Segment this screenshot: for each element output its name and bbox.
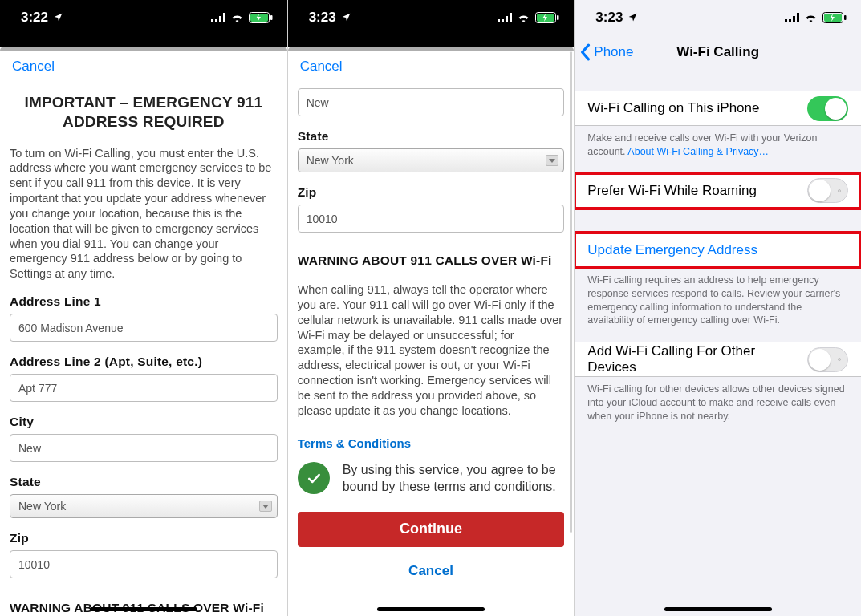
location-icon [53,12,63,22]
form-content: IMPORTANT – EMERGENCY 911 ADDRESS REQUIR… [0,83,287,616]
back-button[interactable]: Phone [579,43,633,61]
wifi-icon [804,13,818,22]
svg-rect-13 [557,15,559,20]
address-line-1-input[interactable] [10,314,278,342]
label-state: State [10,475,278,489]
address-line-2-input[interactable] [10,374,278,402]
label-address-2: Address Line 2 (Apt, Suite, etc.) [10,355,278,369]
zip-input[interactable] [298,205,565,233]
footer-other-devices: Wi-Fi calling for other devices allows o… [575,377,861,438]
row-label: Add Wi-Fi Calling For Other Devices [587,343,807,375]
label-zip: Zip [10,531,278,545]
wifi-icon [230,13,244,22]
switch-wifi-calling[interactable] [807,96,848,121]
row-wifi-calling-this-iphone[interactable]: Wi-Fi Calling on This iPhone [575,91,861,126]
home-indicator [90,607,197,611]
link-911[interactable]: 911 [87,176,106,189]
svg-rect-3 [223,13,225,22]
switch-other-devices[interactable] [807,347,848,372]
home-indicator [377,607,485,611]
state-select[interactable]: New York [298,148,565,172]
wifi-icon [517,13,530,22]
label-city: City [10,415,278,429]
cancel-button-bottom[interactable]: Cancel [298,553,565,589]
clock-label: 3:23 [309,10,336,26]
nav-title: Wi-Fi Calling [676,44,759,60]
row-label: Wi-Fi Calling on This iPhone [587,100,759,116]
agree-text: By using this service, you agree to be b… [343,461,565,496]
status-bar: 3:23 [575,0,861,34]
battery-charging-icon [535,12,559,23]
agree-row: By using this service, you agree to be b… [298,461,565,496]
location-icon [627,12,638,22]
chevron-left-icon [579,43,591,61]
checkmark-icon[interactable] [298,462,330,494]
battery-charging-icon [249,12,273,23]
row-prefer-wifi-roaming[interactable]: Prefer Wi-Fi While Roaming [575,173,861,209]
city-input[interactable] [298,88,565,116]
battery-charging-icon [822,12,847,23]
nav-bar: Phone Wi-Fi Calling [575,34,861,70]
label-address-1: Address Line 1 [10,294,278,309]
svg-rect-7 [498,19,500,22]
svg-rect-17 [797,13,799,22]
svg-rect-16 [793,16,795,22]
home-indicator [664,607,772,611]
status-bar: 3:22 [0,0,287,34]
svg-rect-0 [211,19,213,22]
footer-wifi-calling: Make and receive calls over Wi-Fi with y… [575,126,861,173]
screen-3-wifi-calling-settings: 3:23 Phone Wi-Fi Calling Wi-Fi Calling o… [574,0,861,616]
row-label: Prefer Wi-Fi While Roaming [587,183,757,199]
svg-rect-15 [789,19,791,22]
chevron-down-icon [259,500,272,512]
sheet-header: Cancel [0,51,287,83]
svg-rect-10 [510,13,512,22]
switch-prefer-roaming[interactable] [807,178,848,203]
settings-list: Wi-Fi Calling on This iPhone Make and re… [575,70,861,616]
svg-rect-8 [502,19,504,22]
form-content: State New York Zip WARNING ABOUT 911 CAL… [288,83,575,616]
footer-emergency-address: Wi-Fi calling requires an address to hel… [575,268,861,342]
svg-rect-2 [219,16,221,22]
cellular-icon [211,13,225,22]
cancel-button[interactable]: Cancel [300,59,343,75]
chevron-down-icon [546,155,558,166]
label-zip: Zip [298,185,565,200]
svg-rect-9 [506,16,508,22]
row-update-emergency-address[interactable]: Update Emergency Address [575,233,861,268]
label-state: State [298,129,565,144]
cellular-icon [498,13,512,22]
continue-button[interactable]: Continue [298,512,565,547]
cancel-button[interactable]: Cancel [12,59,55,75]
row-add-wifi-calling-other-devices[interactable]: Add Wi-Fi Calling For Other Devices [575,342,861,377]
svg-rect-20 [844,15,847,20]
cellular-icon [785,13,799,22]
link-privacy[interactable]: About Wi-Fi Calling & Privacy… [627,146,769,157]
state-select[interactable]: New York [10,494,278,518]
clock-label: 3:23 [595,10,623,26]
sheet-header: Cancel [288,51,575,83]
row-label: Update Emergency Address [587,242,757,258]
intro-paragraph: To turn on Wi-Fi Calling, you must enter… [10,146,278,282]
zip-input[interactable] [10,550,278,578]
location-icon [341,12,351,22]
svg-rect-6 [270,15,273,20]
link-911[interactable]: 911 [84,237,104,250]
page-heading: IMPORTANT – EMERGENCY 911 ADDRESS REQUIR… [13,93,274,132]
scrollbar[interactable] [570,51,572,533]
warning-heading: WARNING ABOUT 911 CALLS OVER Wi-Fi [298,253,565,268]
terms-link[interactable]: Terms & Conditions [298,436,565,450]
screen-2-terms: 3:23 Cancel State New York Zip WARNING A… [287,0,575,616]
svg-rect-1 [215,19,217,22]
city-input[interactable] [10,434,278,462]
screen-1-emergency-address: 3:22 Cancel IMPORTANT – EMERGENCY 911 AD… [0,0,287,616]
warning-body: When calling 911, always tell the operat… [298,282,565,419]
status-bar: 3:23 [288,0,575,34]
clock-label: 3:22 [21,10,48,26]
svg-rect-14 [785,19,787,22]
